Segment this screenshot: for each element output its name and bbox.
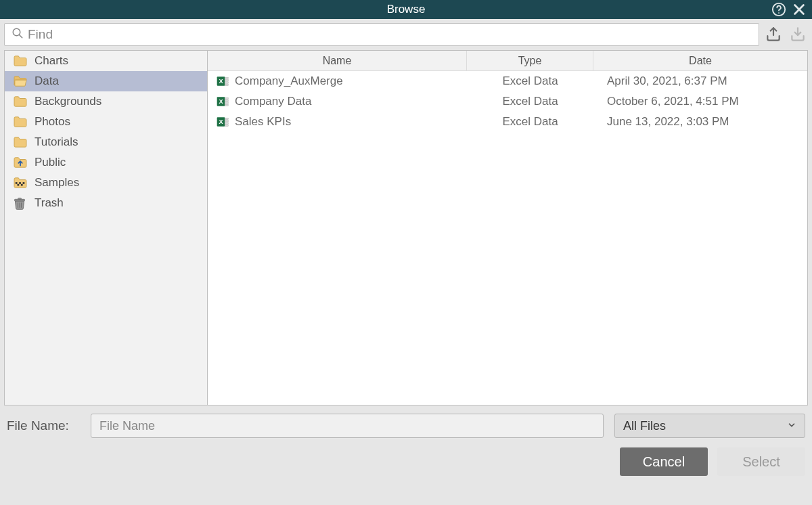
file-list: Name Type Date X Company_AuxMerge Excel … — [208, 51, 807, 405]
search-icon — [12, 27, 24, 42]
svg-rect-30 — [225, 118, 228, 120]
sidebar-item-label: Trash — [35, 196, 64, 210]
sidebar-item-data[interactable]: Data — [5, 71, 207, 91]
svg-rect-6 — [16, 182, 18, 184]
column-header-type[interactable]: Type — [467, 51, 593, 70]
svg-rect-8 — [23, 182, 25, 184]
folder-icon — [13, 55, 28, 67]
file-type: Excel Data — [467, 74, 593, 88]
sidebar-item-label: Backgrounds — [35, 95, 102, 108]
sidebar-item-label: Charts — [35, 54, 68, 68]
file-date: April 30, 2021, 6:37 PM — [593, 74, 807, 88]
file-row[interactable]: X Company_AuxMerge Excel Data April 30, … — [208, 71, 807, 91]
file-name: Sales KPIs — [235, 115, 291, 129]
file-row[interactable]: X Sales KPIs Excel Data June 13, 2022, 3… — [208, 112, 807, 132]
column-header-date[interactable]: Date — [593, 51, 807, 70]
upload-icon[interactable] — [763, 24, 784, 45]
svg-rect-21 — [225, 84, 228, 86]
svg-rect-9 — [18, 184, 20, 186]
svg-rect-27 — [225, 104, 228, 106]
folder-icon — [13, 116, 28, 128]
sidebar-item-label: Public — [35, 156, 66, 169]
file-name: Company_AuxMerge — [235, 74, 343, 88]
trash-icon — [13, 197, 28, 209]
svg-rect-33 — [225, 125, 228, 127]
sidebar-item-label: Data — [35, 74, 59, 88]
sidebar-item-public[interactable]: Public — [5, 152, 207, 173]
svg-rect-7 — [19, 182, 21, 184]
sidebar-item-backgrounds[interactable]: Backgrounds — [5, 91, 207, 112]
titlebar: Browse — [0, 0, 812, 19]
svg-rect-25 — [225, 100, 228, 102]
file-date: June 13, 2022, 3:03 PM — [593, 115, 807, 129]
svg-line-5 — [19, 35, 22, 38]
search-field[interactable] — [4, 23, 759, 46]
search-toolbar — [0, 19, 812, 50]
sidebar-item-tutorials[interactable]: Tutorials — [5, 132, 207, 152]
svg-rect-10 — [21, 184, 23, 186]
svg-rect-12 — [18, 198, 22, 200]
excel-icon: X — [216, 95, 229, 108]
help-icon[interactable] — [771, 2, 786, 17]
file-type: Excel Data — [467, 95, 593, 108]
folder-icon — [13, 136, 28, 148]
sidebar-item-label: Tutorials — [35, 135, 78, 149]
svg-rect-32 — [225, 123, 228, 125]
svg-rect-19 — [225, 80, 228, 82]
close-icon[interactable] — [792, 2, 807, 17]
chevron-down-icon — [787, 419, 796, 433]
svg-point-1 — [778, 12, 780, 14]
folder-open-icon — [13, 75, 28, 87]
sidebar-item-samples[interactable]: Samples — [5, 173, 207, 193]
file-name: Company Data — [235, 95, 311, 108]
excel-icon: X — [216, 115, 229, 129]
svg-text:X: X — [219, 98, 223, 105]
download-icon[interactable] — [788, 24, 808, 45]
search-input[interactable] — [28, 27, 752, 42]
sidebar-item-label: Samples — [35, 176, 79, 190]
svg-rect-26 — [225, 102, 228, 104]
titlebar-actions — [771, 0, 807, 19]
filename-input[interactable] — [91, 414, 604, 438]
sidebar-item-label: Photos — [35, 115, 70, 129]
svg-rect-31 — [225, 120, 228, 123]
select-button: Select — [717, 447, 805, 476]
sidebar: Charts Data Backgrounds Photos Tutorials — [5, 51, 208, 405]
svg-text:X: X — [219, 78, 223, 85]
window-title: Browse — [387, 3, 426, 16]
column-header-name[interactable]: Name — [208, 51, 467, 70]
folder-up-icon — [13, 156, 28, 169]
excel-icon: X — [216, 74, 229, 88]
sidebar-item-charts[interactable]: Charts — [5, 51, 207, 71]
file-type: Excel Data — [467, 115, 593, 129]
filetype-select[interactable]: All Files — [614, 414, 805, 438]
folder-icon — [13, 95, 28, 108]
svg-rect-20 — [225, 82, 228, 84]
svg-rect-18 — [225, 77, 228, 79]
sidebar-item-trash[interactable]: Trash — [5, 193, 207, 213]
file-date: October 6, 2021, 4:51 PM — [593, 95, 807, 108]
footer-area: File Name: All Files Cancel Select — [0, 405, 812, 476]
filename-row: File Name: All Files — [7, 414, 805, 438]
folder-pattern-icon — [13, 177, 28, 189]
filename-label: File Name: — [7, 418, 80, 433]
file-list-header: Name Type Date — [208, 51, 807, 71]
sidebar-item-photos[interactable]: Photos — [5, 112, 207, 132]
cancel-button[interactable]: Cancel — [620, 447, 708, 476]
svg-text:X: X — [219, 118, 223, 125]
filetype-selected: All Files — [623, 419, 666, 433]
button-row: Cancel Select — [7, 447, 805, 476]
file-row[interactable]: X Company Data Excel Data October 6, 202… — [208, 91, 807, 112]
main-area: Charts Data Backgrounds Photos Tutorials — [4, 50, 808, 405]
svg-rect-24 — [225, 97, 228, 100]
